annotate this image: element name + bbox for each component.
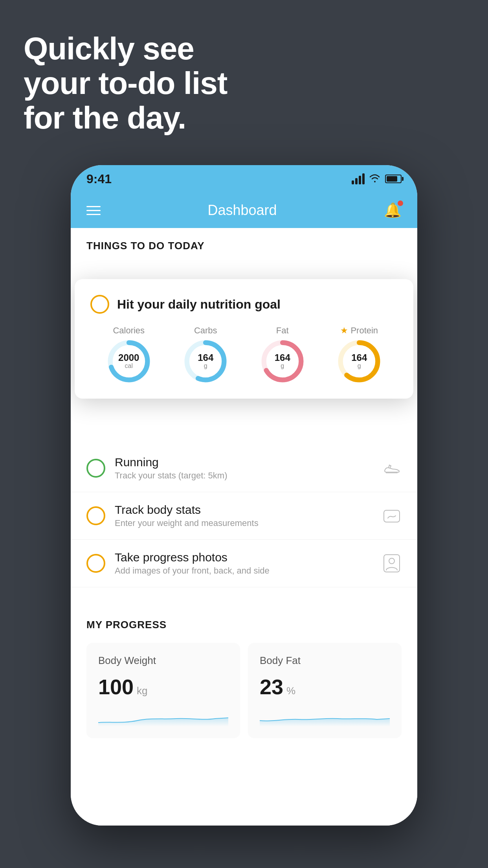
protein-donut: 164 g bbox=[338, 340, 381, 383]
body-fat-card-title: Body Fat bbox=[260, 655, 390, 667]
body-fat-value: 23 bbox=[260, 675, 283, 699]
carbs-label: Carbs bbox=[194, 326, 217, 336]
fat-donut: 164 g bbox=[261, 340, 304, 383]
todo-item-running[interactable]: Running Track your stats (target: 5km) bbox=[71, 445, 417, 492]
todo-item-body-stats[interactable]: Track body stats Enter your weight and m… bbox=[71, 492, 417, 540]
fat-value: 164 bbox=[275, 353, 290, 362]
calories-label: Calories bbox=[113, 326, 145, 336]
phone-frame: 9:41 Dashboard 🔔 bbox=[71, 165, 417, 826]
nutrition-calories: Calories 2000 cal bbox=[107, 326, 150, 383]
body-weight-card-title: Body Weight bbox=[98, 655, 228, 667]
running-check-circle[interactable] bbox=[86, 459, 105, 478]
svg-point-11 bbox=[389, 558, 394, 564]
photos-subtitle: Add images of your front, back, and side bbox=[115, 566, 372, 576]
running-subtitle: Track your stats (target: 5km) bbox=[115, 471, 372, 481]
things-section-title: THINGS TO DO TODAY bbox=[71, 228, 417, 256]
nutrition-row: Calories 2000 cal Carbs bbox=[90, 326, 398, 383]
photos-check-circle[interactable] bbox=[86, 554, 105, 573]
calories-unit: cal bbox=[118, 362, 139, 370]
signal-icon bbox=[352, 173, 365, 184]
protein-value: 164 bbox=[351, 353, 367, 362]
nutrition-carbs: Carbs 164 g bbox=[184, 326, 227, 383]
photos-title: Take progress photos bbox=[115, 551, 372, 564]
protein-label: ★ Protein bbox=[340, 326, 378, 336]
headline: Quickly see your to-do list for the day. bbox=[24, 31, 227, 135]
calories-donut: 2000 cal bbox=[107, 340, 150, 383]
body-weight-value-row: 100 kg bbox=[98, 675, 228, 699]
body-stats-title: Track body stats bbox=[115, 503, 372, 517]
body-fat-card[interactable]: Body Fat 23 % bbox=[248, 643, 402, 738]
status-bar: 9:41 bbox=[71, 165, 417, 193]
wifi-icon bbox=[369, 173, 380, 185]
body-stats-text: Track body stats Enter your weight and m… bbox=[115, 503, 372, 528]
progress-section: MY PROGRESS Body Weight 100 kg bbox=[71, 603, 417, 754]
calories-value: 2000 bbox=[118, 353, 139, 362]
progress-cards: Body Weight 100 kg bbox=[86, 643, 402, 738]
carbs-value: 164 bbox=[198, 353, 213, 362]
status-icons bbox=[352, 173, 402, 185]
nutrition-fat: Fat 164 g bbox=[261, 326, 304, 383]
person-icon bbox=[382, 554, 402, 573]
carbs-donut: 164 g bbox=[184, 340, 227, 383]
body-weight-chart bbox=[98, 707, 228, 726]
header-title: Dashboard bbox=[207, 202, 277, 219]
body-stats-check-circle[interactable] bbox=[86, 506, 105, 525]
running-text: Running Track your stats (target: 5km) bbox=[115, 456, 372, 481]
battery-icon bbox=[385, 175, 402, 183]
status-time: 9:41 bbox=[86, 172, 112, 186]
shoe-icon bbox=[382, 458, 402, 478]
nutrition-card: Hit your daily nutrition goal Calories 2… bbox=[75, 279, 413, 399]
carbs-unit: g bbox=[198, 362, 213, 370]
notification-bell-button[interactable]: 🔔 bbox=[384, 202, 402, 219]
body-weight-unit: kg bbox=[137, 685, 147, 697]
scale-icon bbox=[382, 506, 402, 526]
notification-badge bbox=[398, 200, 403, 206]
body-fat-unit: % bbox=[286, 685, 295, 697]
content-wrapper: THINGS TO DO TODAY Hit your daily nutrit… bbox=[71, 228, 417, 826]
progress-section-title: MY PROGRESS bbox=[86, 619, 402, 631]
body-fat-value-row: 23 % bbox=[260, 675, 390, 699]
photos-text: Take progress photos Add images of your … bbox=[115, 551, 372, 576]
menu-button[interactable] bbox=[86, 206, 101, 215]
nutrition-card-title: Hit your daily nutrition goal bbox=[117, 297, 281, 312]
body-stats-subtitle: Enter your weight and measurements bbox=[115, 518, 372, 528]
body-weight-card[interactable]: Body Weight 100 kg bbox=[86, 643, 240, 738]
protein-unit: g bbox=[351, 362, 367, 370]
fat-label: Fat bbox=[276, 326, 289, 336]
todo-list: Running Track your stats (target: 5km) T… bbox=[71, 445, 417, 587]
body-fat-chart bbox=[260, 707, 390, 726]
fat-unit: g bbox=[275, 362, 290, 370]
running-title: Running bbox=[115, 456, 372, 469]
body-weight-value: 100 bbox=[98, 675, 134, 699]
nutrition-protein: ★ Protein 164 g bbox=[338, 326, 381, 383]
star-icon: ★ bbox=[340, 326, 348, 336]
todo-item-photos[interactable]: Take progress photos Add images of your … bbox=[71, 540, 417, 587]
nutrition-check-circle[interactable] bbox=[90, 295, 109, 314]
app-header: Dashboard 🔔 bbox=[71, 193, 417, 228]
